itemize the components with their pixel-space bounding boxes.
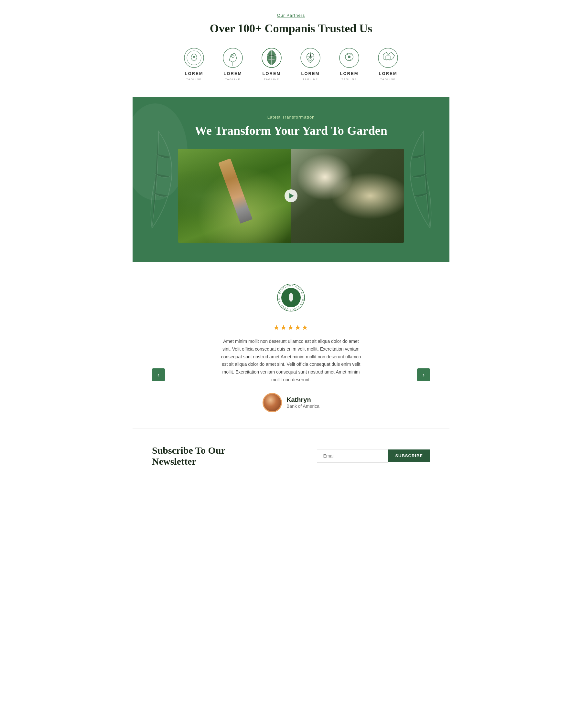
partner-icon-3	[260, 47, 283, 69]
partner-icon-2	[222, 47, 244, 69]
author-avatar	[262, 393, 282, 412]
play-button[interactable]	[284, 189, 298, 202]
partners-section: Our Partners Over 100+ Companis Trusted …	[132, 0, 450, 97]
shovel-visual	[218, 158, 253, 224]
partner-tagline-3: TAGLINE	[264, 78, 279, 81]
leaf-decoration-left	[132, 115, 184, 244]
partner-name-2: LOREM	[224, 71, 242, 76]
badge-svg: DISCOVER OUR GARDEN SINCE 1997, EXPLORE …	[275, 282, 307, 314]
partner-name-5: LOREM	[340, 71, 359, 76]
svg-point-10	[348, 56, 351, 58]
newsletter-subscribe-button[interactable]: SUBSCRIBE	[388, 449, 430, 462]
newsletter-email-input[interactable]	[317, 449, 388, 463]
partner-tagline-4: TAGLINE	[303, 78, 318, 81]
partner-logo-5: LOREM TAGLINE	[338, 47, 360, 81]
svg-point-11	[378, 48, 398, 68]
partner-logo-3: LOREM TAGLINE	[260, 47, 283, 81]
after-image	[291, 149, 404, 243]
partner-logo-6: LOREM TAGLINE	[377, 47, 399, 81]
prev-testimonial-button[interactable]: ‹	[152, 368, 165, 381]
partner-tagline-5: TAGLINE	[341, 78, 357, 81]
after-image-inner	[291, 149, 404, 243]
testimonial-content: Amet minim mollit non deserunt ullamco e…	[200, 338, 382, 412]
partner-name-4: LOREM	[301, 71, 320, 76]
author-name: Kathryn	[286, 396, 320, 404]
partner-logo-4: LOREM TAGLINE	[299, 47, 322, 81]
author-avatar-image	[263, 394, 281, 411]
newsletter-form[interactable]: SUBSCRIBE	[317, 449, 430, 463]
testimonial-nav: ‹ Amet minim mollit non deserunt ullamco…	[152, 338, 430, 412]
partners-logos: LOREM TAGLINE LOREM TAGLINE	[152, 47, 430, 81]
newsletter-section: Subscribe To Our Newsletter SUBSCRIBE	[132, 428, 450, 486]
svg-point-2	[193, 56, 195, 58]
leaf-decoration-right	[398, 115, 450, 244]
partner-icon-5	[338, 47, 360, 69]
transform-title: We Transform Your Yard To Garden	[152, 124, 430, 138]
partner-tagline-6: TAGLINE	[380, 78, 396, 81]
partner-tagline-2: TAGLINE	[225, 78, 241, 81]
testimonial-text: Amet minim mollit non deserunt ullamco e…	[220, 338, 362, 384]
author-details: Kathryn Bank of America	[286, 396, 320, 409]
transformation-images	[178, 149, 404, 243]
circle-badge: DISCOVER OUR GARDEN SINCE 1997, EXPLORE …	[275, 282, 307, 314]
partners-label: Our Partners	[152, 13, 430, 18]
newsletter-title: Subscribe To Our Newsletter	[152, 445, 262, 467]
before-image	[178, 149, 291, 243]
stars-rating: ★★★★★	[152, 323, 430, 332]
partner-logo-1: LOREM TAGLINE	[183, 47, 205, 81]
before-image-inner	[178, 149, 291, 243]
partner-tagline-1: TAGLINE	[186, 78, 202, 81]
partner-icon-6	[377, 47, 399, 69]
next-testimonial-button[interactable]: ›	[417, 368, 430, 381]
author-info: Kathryn Bank of America	[220, 393, 362, 412]
transformation-section: Latest Transformation We Transform Your …	[132, 97, 450, 262]
testimonial-section: DISCOVER OUR GARDEN SINCE 1997, EXPLORE …	[132, 262, 450, 428]
partner-name-3: LOREM	[262, 71, 281, 76]
transform-label: Latest Transformation	[152, 115, 430, 120]
partner-logo-2: LOREM TAGLINE	[222, 47, 244, 81]
partner-icon-4	[299, 47, 322, 69]
partner-name-6: LOREM	[379, 71, 397, 76]
author-company: Bank of America	[286, 404, 320, 409]
partner-icon-1	[183, 47, 205, 69]
partners-title: Over 100+ Companis Trusted Us	[152, 22, 430, 35]
partner-name-1: LOREM	[185, 71, 203, 76]
